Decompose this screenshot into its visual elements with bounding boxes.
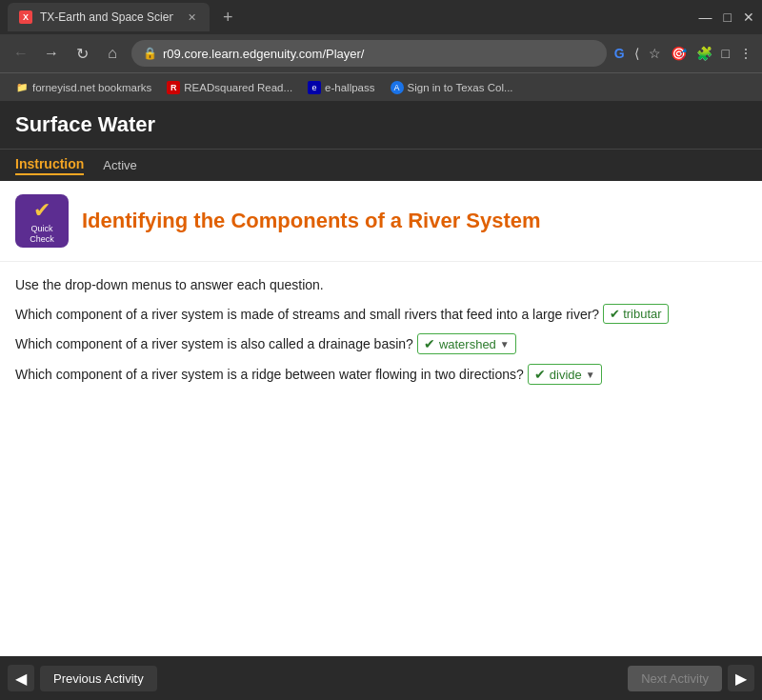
texas-icon: A <box>391 81 404 94</box>
back-button[interactable]: ← <box>10 42 32 65</box>
answer-1-value: tributar <box>623 307 661 321</box>
question-2-answer[interactable]: ✔ watershed ▼ <box>417 333 516 354</box>
question-2-text: Which component of a river system is als… <box>15 336 413 351</box>
question-1-answer[interactable]: ✔ tributar <box>603 304 668 324</box>
checkmark-icon: ✔ <box>33 198 50 223</box>
browser-toolbar: ← → ↻ ⌂ 🔒 r09.core.learn.edgenuity.com/P… <box>0 34 762 72</box>
refresh-button[interactable]: ↻ <box>70 42 93 65</box>
dropdown-arrow-3: ▼ <box>586 370 595 380</box>
new-tab-button[interactable]: + <box>217 8 239 28</box>
bookmarks-bar: 📁 forneyisd.net bookmarks R READsquared … <box>0 72 762 101</box>
browser-title-bar: X TX-Earth and Space Science B · ✕ + — □… <box>0 0 762 34</box>
question-row-1: Which component of a river system is mad… <box>15 304 747 324</box>
dropdown-arrow-2: ▼ <box>500 339 510 350</box>
nav-instruction[interactable]: Instruction <box>15 156 84 175</box>
tab-favicon: X <box>19 10 32 24</box>
app-header: Surface Water <box>0 101 762 149</box>
menu-icon[interactable]: ⋮ <box>739 46 752 61</box>
ehallpass-icon: e <box>308 81 321 94</box>
edgenuity-icon[interactable]: 🎯 <box>671 46 687 61</box>
bottom-bar: ◀ Previous Activity Next Activity ▶ <box>0 656 762 700</box>
check-icon-2: ✔ <box>424 336 435 351</box>
browser-tab[interactable]: X TX-Earth and Space Science B · ✕ <box>8 3 210 31</box>
bookmark-ehallpass[interactable]: e e-hallpass <box>302 79 380 96</box>
next-chevron-button[interactable]: ▶ <box>728 665 754 691</box>
bookmark-label: e-hallpass <box>325 82 374 93</box>
quick-check-header: ✔ Quick Check Identifying the Components… <box>0 181 762 262</box>
instruction-text: Use the drop-down menus to answer each q… <box>15 277 747 292</box>
lock-icon: 🔒 <box>143 47 157 60</box>
page-title: Surface Water <box>15 112 155 137</box>
quick-check-label-bottom: Check <box>30 234 54 244</box>
next-activity-label: Next Activity <box>641 671 709 686</box>
question-row-3: Which component of a river system is a r… <box>15 364 747 385</box>
share-icon[interactable]: ⟨ <box>634 46 639 61</box>
maximize-icon[interactable]: □ <box>724 10 732 25</box>
question-3-answer[interactable]: ✔ divide ▼ <box>528 364 602 385</box>
google-icon[interactable]: G <box>614 46 625 61</box>
prev-activity-button[interactable]: Previous Activity <box>40 666 157 691</box>
toolbar-icons: G ⟨ ☆ 🎯 🧩 □ ⋮ <box>614 46 752 61</box>
bookmark-label: Sign in to Texas Col... <box>408 82 513 93</box>
tab-close-button[interactable]: ✕ <box>185 10 198 24</box>
bookmark-label: READsquared Read... <box>184 82 292 93</box>
bookmark-label: forneyisd.net bookmarks <box>32 82 151 93</box>
extension-icon[interactable]: 🧩 <box>696 46 712 61</box>
bookmark-icon[interactable]: ☆ <box>649 46 661 61</box>
home-button[interactable]: ⌂ <box>101 42 124 65</box>
question-1-text: Which component of a river system is mad… <box>15 307 599 322</box>
address-bar[interactable]: 🔒 r09.core.learn.edgenuity.com/Player/ <box>131 40 607 67</box>
answer-2-value: watershed <box>439 337 496 351</box>
close-icon[interactable]: ✕ <box>743 10 754 25</box>
check-icon-1: ✔ <box>610 307 620 321</box>
sub-nav: Instruction Active <box>0 149 762 181</box>
url-text: r09.core.learn.edgenuity.com/Player/ <box>163 47 595 61</box>
answer-3-value: divide <box>550 368 582 382</box>
check-icon-3: ✔ <box>534 367 546 382</box>
forward-button[interactable]: → <box>40 42 63 65</box>
quick-check-label-top: Quick <box>30 224 52 233</box>
bookmark-folder[interactable]: 📁 forneyisd.net bookmarks <box>10 79 157 96</box>
readsquared-icon: R <box>167 81 180 94</box>
folder-icon: 📁 <box>15 81 29 94</box>
question-row-2: Which component of a river system is als… <box>15 333 747 354</box>
content-area: ✔ Quick Check Identifying the Components… <box>0 181 762 410</box>
bookmark-readsquared[interactable]: R READsquared Read... <box>161 79 298 96</box>
bookmark-texas[interactable]: A Sign in to Texas Col... <box>385 79 519 96</box>
quick-check-title: Identifying the Components of a River Sy… <box>82 209 541 233</box>
next-activity-button[interactable]: Next Activity <box>628 666 722 691</box>
quick-check-icon: ✔ Quick Check <box>15 194 69 248</box>
minimize-icon[interactable]: — <box>699 10 712 25</box>
question-3-text: Which component of a river system is a r… <box>15 367 524 382</box>
prev-activity-label: Previous Activity <box>53 671 144 686</box>
questions-area: Use the drop-down menus to answer each q… <box>0 262 762 410</box>
profile-icon[interactable]: □ <box>722 46 730 61</box>
prev-chevron-button[interactable]: ◀ <box>8 665 34 691</box>
nav-active: Active <box>103 158 136 172</box>
tab-title: TX-Earth and Space Science B · <box>40 10 173 24</box>
window-controls[interactable]: — □ ✕ <box>699 10 754 25</box>
